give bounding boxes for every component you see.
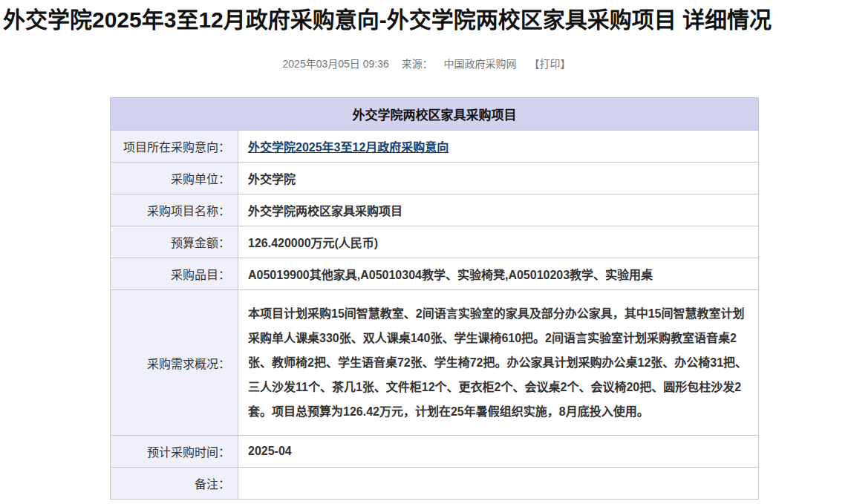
page-title: 外交学院2025年3至12月政府采购意向-外交学院两校区家具采购项目 详细情况 xyxy=(0,0,851,34)
table-row: 项目所在采购意向： 外交学院2025年3至12月政府采购意向 xyxy=(111,131,759,163)
publish-datetime: 2025年03月05日 09:36 xyxy=(283,58,389,70)
row-label-budget: 预算金额： xyxy=(111,226,238,258)
row-label-purchaser: 采购单位： xyxy=(111,163,238,194)
row-label-items: 采购品目： xyxy=(111,258,238,290)
row-value-demand-overview: 本项目计划采购15间智慧教室、2间语言实验室的家具及部分办公家具，其中15间智慧… xyxy=(238,290,759,436)
print-button[interactable]: 【打印】 xyxy=(529,58,570,70)
project-detail-table: 外交学院两校区家具采购项目 项目所在采购意向： 外交学院2025年3至12月政府… xyxy=(110,97,759,500)
row-label-demand-overview: 采购需求概况： xyxy=(111,290,238,436)
row-value-budget: 126.420000万元(人民币) xyxy=(238,226,759,258)
procurement-detail-page: 外交学院2025年3至12月政府采购意向-外交学院两校区家具采购项目 详细情况 … xyxy=(0,0,851,504)
article-meta: 2025年03月05日 09:36 来源： 中国政府采购网 【打印】 xyxy=(0,57,851,71)
row-value-expected-time: 2025-04 xyxy=(238,436,759,468)
row-value-intention: 外交学院2025年3至12月政府采购意向 xyxy=(238,131,759,163)
project-name-header: 外交学院两校区家具采购项目 xyxy=(111,98,759,131)
table-row: 采购项目名称： 外交学院两校区家具采购项目 xyxy=(111,194,759,226)
procurement-intention-link[interactable]: 外交学院2025年3至12月政府采购意向 xyxy=(248,141,449,154)
source-name: 中国政府采购网 xyxy=(444,58,517,70)
row-value-remarks xyxy=(238,468,759,500)
row-value-project-name: 外交学院两校区家具采购项目 xyxy=(238,194,759,226)
row-label-expected-time: 预计采购时间： xyxy=(111,436,238,468)
row-label-remarks: 备注： xyxy=(111,468,238,500)
row-value-purchaser: 外交学院 xyxy=(238,163,759,194)
row-value-items: A05019900其他家具,A05010304教学、实验椅凳,A05010203… xyxy=(238,258,759,290)
row-label-project-name: 采购项目名称： xyxy=(111,194,238,226)
table-row: 采购品目： A05019900其他家具,A05010304教学、实验椅凳,A05… xyxy=(111,258,759,290)
table-header-row: 外交学院两校区家具采购项目 xyxy=(111,98,759,131)
table-row: 采购需求概况： 本项目计划采购15间智慧教室、2间语言实验室的家具及部分办公家具… xyxy=(111,290,759,436)
table-row: 预计采购时间： 2025-04 xyxy=(111,436,759,468)
table-row: 预算金额： 126.420000万元(人民币) xyxy=(111,226,759,258)
table-row: 备注： xyxy=(111,468,759,500)
table-row: 采购单位： 外交学院 xyxy=(111,163,759,194)
row-label-intention: 项目所在采购意向： xyxy=(111,131,238,163)
source-label: 来源： xyxy=(402,58,433,70)
